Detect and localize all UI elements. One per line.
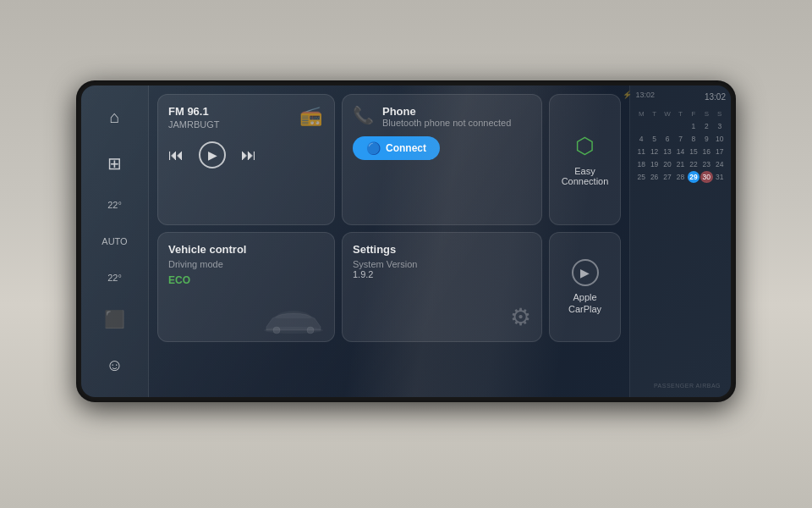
cal-day: 28 xyxy=(674,171,686,183)
cal-day: 6 xyxy=(661,133,673,145)
phone-card[interactable]: 📞 Phone Bluetooth phone not connected 🔵 … xyxy=(342,94,542,225)
svg-point-1 xyxy=(273,327,280,334)
home-icon: ⌂ xyxy=(109,108,119,127)
car-image xyxy=(260,306,327,336)
sidebar-item-temp2[interactable]: 22° xyxy=(107,273,122,283)
status-time: 13:02 xyxy=(635,91,655,99)
phone-icon: 📞 xyxy=(353,105,374,125)
cal-day xyxy=(635,120,647,132)
carplay-title: Apple CarPlay xyxy=(560,291,610,316)
cal-day: 18 xyxy=(635,158,647,170)
drive-mode-label: Driving mode xyxy=(168,259,324,269)
cal-day: 12 xyxy=(648,146,660,157)
cal-day: 27 xyxy=(661,171,673,183)
drive-mode-value: ECO xyxy=(168,274,324,286)
temp1-value: 22° xyxy=(107,200,122,210)
top-row: 📻 FM 96.1 JAMRBUGT ⏮ ▶ ⏭ xyxy=(157,94,621,225)
connect-label: Connect xyxy=(386,142,426,154)
version-label: System Version xyxy=(353,259,531,269)
cal-day: 17 xyxy=(714,146,726,157)
sidebar-item-grid[interactable]: ⊞ xyxy=(107,153,122,174)
cal-header-fri: F xyxy=(688,108,700,119)
phone-title: Phone xyxy=(382,105,511,118)
cal-day: 2 xyxy=(700,120,712,132)
carplay-card[interactable]: ▶ Apple CarPlay xyxy=(549,232,621,342)
cal-day: 16 xyxy=(700,146,712,157)
cal-day-highlight: 30 xyxy=(700,171,712,183)
settings-card[interactable]: Settings System Version 1.9.2 ⚙ xyxy=(342,232,542,342)
vehicle-title: Vehicle control xyxy=(168,243,324,256)
cal-day: 25 xyxy=(635,171,647,183)
settings-gear-icon: ⚙ xyxy=(510,303,531,331)
cal-day-today: 29 xyxy=(688,171,700,183)
cal-day: 15 xyxy=(688,146,700,157)
sidebar: ⌂ ⊞ 22° AUTO 22° ⬛ ☺ xyxy=(81,86,149,397)
radio-icon: 📻 xyxy=(299,105,322,127)
status-bar: ⚡ 13:02 xyxy=(623,91,655,99)
screen-outer: ⚡ 13:02 ⌂ ⊞ 22° AUTO 22° xyxy=(76,80,736,402)
cal-day: 21 xyxy=(674,158,686,170)
cal-day: 10 xyxy=(714,133,726,145)
cal-day: 8 xyxy=(688,133,700,145)
cal-day: 13 xyxy=(661,146,673,157)
cal-day: 20 xyxy=(661,158,673,170)
cal-day: 24 xyxy=(714,158,726,170)
cal-header-thu: T xyxy=(674,108,686,119)
airbag-label: PASSENGER AIRBAG xyxy=(654,383,721,389)
cal-header-wed: W xyxy=(661,108,673,119)
cal-day xyxy=(674,120,686,132)
cal-day xyxy=(661,120,673,132)
share-icon: ⬡ xyxy=(575,133,595,159)
cal-day: 23 xyxy=(700,158,712,170)
vehicle-card[interactable]: Vehicle control Driving mode ECO xyxy=(157,232,335,342)
connect-button[interactable]: 🔵 Connect xyxy=(353,136,440,160)
grid-icon: ⊞ xyxy=(107,153,122,174)
sidebar-item-home[interactable]: ⌂ xyxy=(109,108,119,127)
cal-day: 1 xyxy=(688,120,700,132)
cal-day: 3 xyxy=(714,120,726,132)
temp2-value: 22° xyxy=(107,273,122,283)
calendar-panel: 13:02 M T W T F S S 1 2 3 xyxy=(629,86,731,397)
calendar-grid: M T W T F S S 1 2 3 4 5 xyxy=(635,108,726,183)
main-content: 📻 FM 96.1 JAMRBUGT ⏮ ▶ ⏭ xyxy=(149,86,629,397)
cal-header-sat: S xyxy=(700,108,712,119)
cal-day: 22 xyxy=(688,158,700,170)
phone-subtitle: Bluetooth phone not connected xyxy=(382,118,511,128)
auto-label: AUTO xyxy=(102,236,127,246)
cal-day: 11 xyxy=(635,146,647,157)
sidebar-item-auto[interactable]: AUTO xyxy=(102,236,127,246)
version-value: 1.9.2 xyxy=(353,269,531,279)
music-controls: ⏮ ▶ ⏭ xyxy=(168,141,324,168)
screen-inner: ⚡ 13:02 ⌂ ⊞ 22° AUTO 22° xyxy=(81,86,731,397)
cal-day: 4 xyxy=(635,133,647,145)
settings-title: Settings xyxy=(353,243,531,256)
sidebar-item-user[interactable]: ☺ xyxy=(106,356,123,375)
cal-header-tue: T xyxy=(648,108,660,119)
cal-header-mon: M xyxy=(635,108,647,119)
music-card[interactable]: 📻 FM 96.1 JAMRBUGT ⏮ ▶ ⏭ xyxy=(157,94,335,225)
play-button[interactable]: ▶ xyxy=(199,141,226,168)
sidebar-item-temp1[interactable]: 22° xyxy=(107,200,122,210)
play-icon: ▶ xyxy=(208,148,217,162)
cal-day: 26 xyxy=(648,171,660,183)
cal-day: 31 xyxy=(714,171,726,183)
cal-day: 9 xyxy=(700,133,712,145)
easy-connection-title: Easy Connection xyxy=(560,166,610,186)
prev-button[interactable]: ⏮ xyxy=(168,146,184,164)
bottom-row: Vehicle control Driving mode ECO xyxy=(157,232,621,342)
phone-header: 📞 Phone Bluetooth phone not connected xyxy=(353,105,531,128)
cal-day: 5 xyxy=(648,133,660,145)
svg-point-2 xyxy=(307,327,314,334)
easy-connection-card[interactable]: ⬡ Easy Connection xyxy=(549,94,621,225)
usb-icon: ⚡ xyxy=(623,91,632,99)
cal-header-sun: S xyxy=(714,108,726,119)
next-button[interactable]: ⏭ xyxy=(241,146,256,164)
cal-day: 19 xyxy=(648,158,660,170)
fan-icon: ⬛ xyxy=(104,309,125,329)
cal-day: 14 xyxy=(674,146,686,157)
sidebar-item-fan[interactable]: ⬛ xyxy=(104,309,125,329)
cal-day: 7 xyxy=(674,133,686,145)
carplay-play-icon: ▶ xyxy=(572,259,599,286)
user-icon: ☺ xyxy=(106,356,123,375)
car-surround: ⚡ 13:02 ⌂ ⊞ 22° AUTO 22° xyxy=(0,0,812,508)
